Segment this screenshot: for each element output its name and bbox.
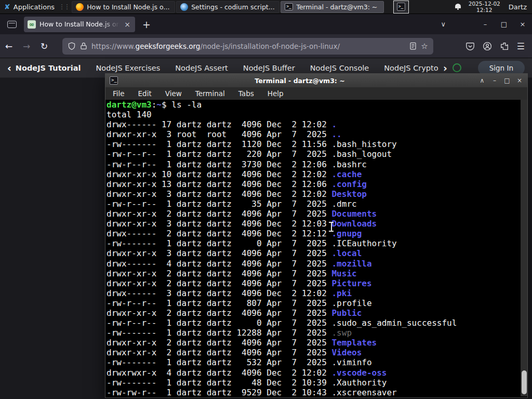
applications-menu-button[interactable]: ✘ Applications <box>0 0 59 14</box>
directory-name: .pki <box>331 288 352 298</box>
terminal-line: drwxr-xr-x 2 dartz dartz 4096 Apr 7 2025… <box>107 269 520 278</box>
list-all-tabs-icon[interactable]: ∨ <box>441 20 446 28</box>
terminal-line: drwxr-xr-x 3 dartz dartz 4096 Dec 2 12:0… <box>107 219 520 229</box>
site-nav-item[interactable]: NodeJS Tutorial <box>16 64 81 72</box>
terminal-line: drwxr-xr-x 13 dartz dartz 4096 Dec 2 12:… <box>107 179 520 189</box>
directory-name: Music <box>331 269 356 278</box>
terminal-line: drwxr-xr-x 10 dartz dartz 4096 Dec 2 12:… <box>107 169 520 179</box>
file-name: .swp <box>331 328 352 338</box>
browser-tab[interactable]: ∞ How to Install Node.js on × <box>24 17 135 32</box>
browser-toolbar: ← → ↻ https://www.geeksforgeeks.org/node… <box>0 34 532 58</box>
directory-name: Documents <box>331 209 377 219</box>
geeksforgeeks-favicon: ∞ <box>28 20 36 29</box>
directory-name: .cache <box>331 169 362 179</box>
terminal-line: drwxr-xr-x 2 dartz dartz 4096 Apr 7 2025… <box>107 348 520 357</box>
terminal-window: >_ Terminal - dartz@vm3: ~ ∧ – □ × FileE… <box>105 73 528 398</box>
terminal-line: drwxrwxr-x 4 dartz dartz 4096 Dec 2 12:0… <box>107 368 520 378</box>
window-button[interactable]: How to Install Node.js o... <box>72 1 175 13</box>
terminal-line: -rw-r--r-- 1 dartz dartz 807 Apr 7 2025 … <box>107 298 520 308</box>
search-icon[interactable] <box>453 63 461 72</box>
tab-title: How to Install Node.js on <box>39 20 119 28</box>
terminal-line: drwx------ 4 dartz dartz 4096 Apr 7 2025… <box>107 259 520 269</box>
url-text: https://www.geeksforgeeks.org/node-js/in… <box>91 42 405 50</box>
terminal-icon: >_ <box>397 3 405 11</box>
terminal-line: drwxr-xr-x 2 dartz dartz 4096 Apr 7 2025… <box>107 278 520 288</box>
terminal-title-bar[interactable]: >_ Terminal - dartz@vm3: ~ ∧ – □ × <box>105 74 527 87</box>
terminal-close-button[interactable]: × <box>516 77 523 84</box>
terminal-menu-edit[interactable]: Edit <box>138 89 152 98</box>
window-button-label: Settings - codium script... <box>191 3 274 11</box>
clock-date: 2025-12-02 <box>469 1 500 7</box>
directory-name: . <box>331 119 337 129</box>
back-button[interactable]: ← <box>0 41 18 51</box>
terminal-menu-view[interactable]: View <box>165 89 182 98</box>
window-button-list: How to Install Node.js o...Settings - co… <box>71 1 384 13</box>
terminal-title: Terminal - dartz@vm3: ~ <box>105 77 494 85</box>
terminal-line: -rw-r--r-- 1 dartz dartz 220 Apr 7 2025 … <box>107 149 520 159</box>
window-button[interactable]: Settings - codium script... <box>176 1 280 13</box>
panel-username[interactable]: Dartz <box>509 3 527 11</box>
tracking-shield-icon[interactable] <box>68 42 76 50</box>
reload-button[interactable]: ↻ <box>35 41 53 51</box>
terminal-menu-bar: FileEditViewTerminalTabsHelp <box>105 87 527 100</box>
file-name: .bashrc <box>331 159 366 169</box>
terminal-line: -rw-rw-r-- 1 dartz dartz 9529 Dec 2 10:4… <box>107 388 520 396</box>
forward-button[interactable]: → <box>18 41 35 51</box>
site-nav-item[interactable]: NodeJS Crypto <box>384 64 438 72</box>
nav-scroll-right-icon[interactable]: › <box>443 62 447 74</box>
terminal-scrollbar-thumb[interactable] <box>522 370 527 394</box>
pocket-icon[interactable] <box>466 42 475 51</box>
new-tab-button[interactable]: + <box>142 19 151 30</box>
window-button-label: How to Install Node.js o... <box>87 3 169 11</box>
directory-name: Public <box>331 308 362 318</box>
distro-logo-icon: ✘ <box>4 3 10 11</box>
lock-icon[interactable] <box>80 42 87 50</box>
account-icon[interactable] <box>483 42 492 51</box>
terminal-line: -rw-r--r-- 1 dartz dartz 0 Apr 7 2025 .s… <box>107 318 520 328</box>
desktop: ✘ Applications ⋮⋮ How to Install Node.js… <box>0 0 532 399</box>
terminal-menu-tabs[interactable]: Tabs <box>238 89 254 98</box>
directory-name: .config <box>331 179 366 189</box>
firefox-view-icon[interactable] <box>7 21 17 28</box>
site-nav-item[interactable]: NodeJS Console <box>310 64 369 72</box>
terminal-line: -rw-r--r-- 1 dartz dartz 3730 Dec 2 12:0… <box>107 159 520 169</box>
file-name: .sudo_as_admin_successful <box>331 318 457 328</box>
browser-tab-bar: ∞ How to Install Node.js on × + ∨ – □ × <box>0 14 532 34</box>
terminal-maximize-button[interactable]: □ <box>503 77 511 84</box>
terminal-launcher-button[interactable]: >_ <box>393 1 409 14</box>
terminal-shade-button[interactable]: ∧ <box>478 77 486 84</box>
panel-clock[interactable]: 2025-12-02 12:12 <box>469 1 500 13</box>
terminal-line: drwxr-xr-x 3 dartz dartz 4096 Apr 7 2025… <box>107 248 520 258</box>
browser-minimize-button[interactable]: – <box>476 20 495 28</box>
site-nav-item[interactable]: NodeJS Buffer <box>243 64 295 72</box>
terminal-output[interactable]: dartz@vm3:~$ ls -latotal 140drwx------ 1… <box>107 100 520 396</box>
site-nav-item[interactable]: NodeJS Assert <box>175 64 228 72</box>
terminal-total-line: total 140 <box>107 110 520 119</box>
notification-bell-icon[interactable] <box>455 4 461 10</box>
terminal-scrollbar[interactable] <box>521 100 527 396</box>
file-name: .xscreensaver <box>331 388 396 396</box>
menu-hamburger-icon[interactable]: ☰ <box>517 41 525 51</box>
toolbar-icon-group: ☰ <box>466 41 532 51</box>
directory-name: Pictures <box>331 278 371 288</box>
extensions-puzzle-icon[interactable] <box>500 42 509 51</box>
terminal-line: drwxr-xr-x 3 dartz dartz 4096 Dec 2 12:0… <box>107 189 520 199</box>
terminal-menu-help[interactable]: Help <box>268 89 284 98</box>
directory-name: .gnupg <box>331 229 362 238</box>
terminal-minimize-button[interactable]: – <box>491 77 498 84</box>
site-nav-item[interactable]: NodeJS Exercises <box>96 64 160 72</box>
terminal-line: -rw------- 1 dartz dartz 12288 Apr 7 202… <box>107 328 520 338</box>
reader-mode-icon[interactable] <box>409 42 417 50</box>
terminal-line: drwxr-xr-x 2 dartz dartz 4096 Apr 7 2025… <box>107 338 520 348</box>
terminal-prompt-line: dartz@vm3:~$ ls -la <box>107 100 520 110</box>
browser-maximize-button[interactable]: □ <box>495 20 513 28</box>
tab-close-icon[interactable]: × <box>123 20 131 29</box>
terminal-menu-file[interactable]: File <box>113 89 125 98</box>
browser-close-button[interactable]: × <box>513 20 532 28</box>
url-bar[interactable]: https://www.geeksforgeeks.org/node-js/in… <box>62 38 433 55</box>
terminal-line: drwxr-xr-x 2 dartz dartz 4096 Apr 7 2025… <box>107 209 520 219</box>
nav-scroll-left-icon[interactable]: ‹ <box>7 62 11 74</box>
window-button[interactable]: >_Terminal - dartz@vm3: ~ <box>281 1 384 13</box>
bookmark-star-icon[interactable]: ☆ <box>421 42 428 51</box>
terminal-menu-terminal[interactable]: Terminal <box>195 89 225 98</box>
